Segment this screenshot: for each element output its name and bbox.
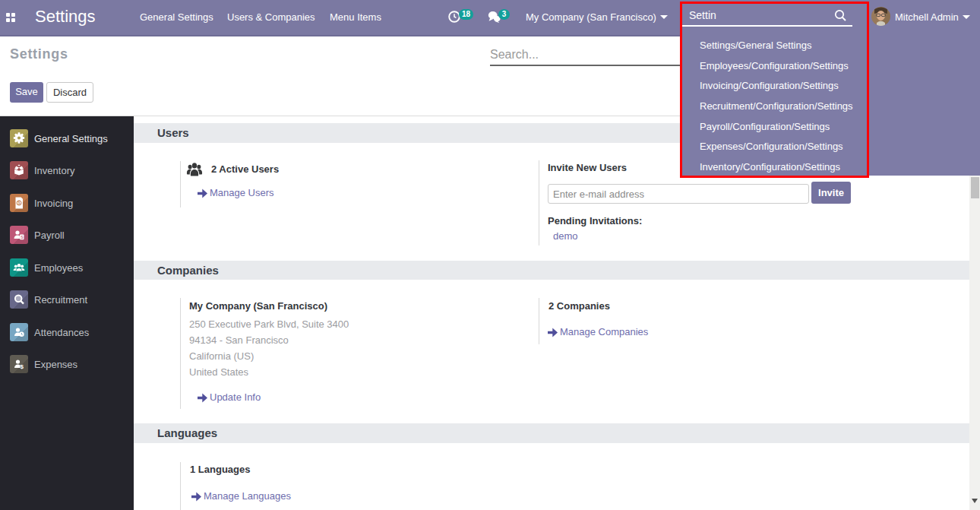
svg-text:$: $: [17, 200, 21, 205]
svg-text:$: $: [21, 235, 23, 239]
svg-text:$: $: [21, 363, 24, 370]
